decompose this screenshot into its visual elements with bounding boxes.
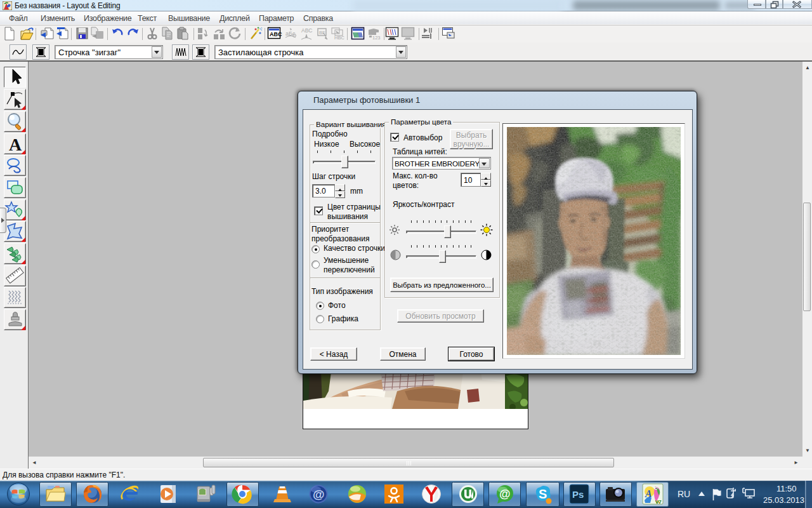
svg-text:A: A xyxy=(645,488,652,499)
svg-text:25.03.2013: 25.03.2013 xyxy=(763,495,804,505)
svg-text:Ps: Ps xyxy=(572,489,584,500)
svg-text:@: @ xyxy=(313,488,325,501)
svg-text:123: 123 xyxy=(372,35,381,41)
svg-text:S: S xyxy=(539,487,547,501)
svg-text:@: @ xyxy=(499,488,511,500)
svg-text:11:50: 11:50 xyxy=(776,484,797,493)
svg-text:A: A xyxy=(9,135,22,154)
svg-text:RU: RU xyxy=(678,489,690,499)
svg-text:ABC: ABC xyxy=(270,31,282,37)
svg-text:HBC: HBC xyxy=(334,35,344,41)
svg-text:ABC: ABC xyxy=(301,27,312,34)
svg-text:V7: V7 xyxy=(655,499,662,505)
